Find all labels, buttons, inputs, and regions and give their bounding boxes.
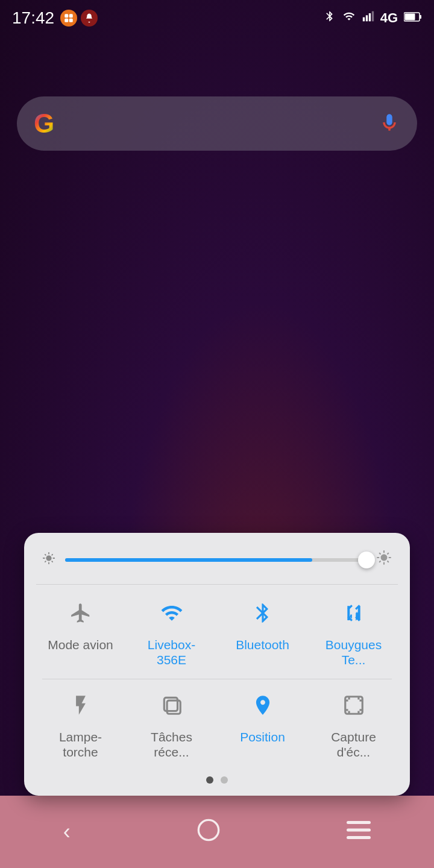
tile-recent-tasks-label: Tâches réce... xyxy=(133,729,210,760)
recent-tasks-icon xyxy=(160,694,183,722)
svg-rect-16 xyxy=(347,828,371,831)
svg-rect-3 xyxy=(69,19,73,22)
status-time: 17:42 xyxy=(12,8,54,28)
tiles-divider xyxy=(42,679,392,679)
tile-wifi-label: Livebox-356E xyxy=(133,637,210,667)
svg-rect-5 xyxy=(365,15,367,21)
menu-button[interactable] xyxy=(347,821,371,843)
tile-mobile-data-label: Bouygues Te... xyxy=(315,637,392,667)
tile-flashlight[interactable]: Lampe-torche xyxy=(36,682,125,768)
svg-rect-4 xyxy=(362,17,364,22)
svg-rect-10 xyxy=(420,15,421,19)
brightness-fill xyxy=(65,558,312,562)
tile-mobile-data[interactable]: Bouygues Te... xyxy=(309,590,398,676)
brightness-slider[interactable] xyxy=(65,558,366,562)
page-dot-1 xyxy=(206,776,213,784)
bluetooth-status-icon xyxy=(324,10,336,27)
mobile-data-icon xyxy=(342,602,365,630)
tile-location[interactable]: Position xyxy=(218,682,307,768)
svg-point-14 xyxy=(198,820,218,840)
svg-rect-2 xyxy=(64,19,68,22)
mic-icon[interactable] xyxy=(379,112,400,136)
svg-rect-17 xyxy=(347,836,371,839)
signal-icon xyxy=(362,10,374,26)
brightness-row xyxy=(36,550,398,585)
wifi-icon xyxy=(160,602,183,630)
notification-icon-2 xyxy=(81,10,98,27)
page-indicator xyxy=(36,776,398,784)
tile-recent-tasks[interactable]: Tâches réce... xyxy=(127,682,216,768)
screenshot-icon xyxy=(342,694,365,722)
brightness-high-icon xyxy=(376,550,392,570)
tile-airplane-mode[interactable]: Mode avion xyxy=(36,590,125,676)
google-logo: G xyxy=(34,108,54,139)
tile-wifi[interactable]: Livebox-356E xyxy=(127,590,216,676)
quick-tiles-row-1: Mode avion Livebox-356E Bluetooth xyxy=(36,590,398,676)
location-icon xyxy=(251,694,274,722)
svg-rect-15 xyxy=(347,821,371,824)
quick-settings-panel: Mode avion Livebox-356E Bluetooth xyxy=(24,533,410,796)
notification-icon-1 xyxy=(60,10,77,27)
network-type: 4G xyxy=(380,10,398,26)
tile-airplane-label: Mode avion xyxy=(48,637,113,652)
brightness-thumb xyxy=(358,552,375,568)
bluetooth-tile-icon xyxy=(251,602,274,630)
page-dot-2 xyxy=(221,776,228,784)
quick-tiles-row-2: Lampe-torche Tâches réce... Position xyxy=(36,682,398,768)
svg-rect-9 xyxy=(405,14,415,20)
tile-screenshot[interactable]: Capture d'éc... xyxy=(309,682,398,768)
tile-flashlight-label: Lampe-torche xyxy=(42,729,119,760)
home-button[interactable] xyxy=(197,818,221,846)
svg-rect-1 xyxy=(69,14,73,17)
tile-location-label: Position xyxy=(240,729,285,744)
svg-rect-0 xyxy=(64,14,68,17)
svg-rect-6 xyxy=(368,13,370,21)
status-bar: 17:42 xyxy=(0,0,434,36)
battery-icon xyxy=(404,10,422,26)
back-button[interactable]: ‹ xyxy=(63,819,71,844)
navigation-bar: ‹ xyxy=(0,796,434,868)
brightness-low-icon xyxy=(42,552,55,568)
svg-rect-7 xyxy=(371,11,373,22)
tile-bluetooth-label: Bluetooth xyxy=(236,637,289,652)
airplane-icon xyxy=(69,602,92,630)
tile-screenshot-label: Capture d'éc... xyxy=(315,729,392,760)
search-bar[interactable]: G xyxy=(17,96,417,151)
svg-rect-13 xyxy=(345,696,362,714)
wifi-status-icon xyxy=(342,10,356,26)
tile-bluetooth[interactable]: Bluetooth xyxy=(218,590,307,676)
flashlight-icon xyxy=(69,694,92,722)
